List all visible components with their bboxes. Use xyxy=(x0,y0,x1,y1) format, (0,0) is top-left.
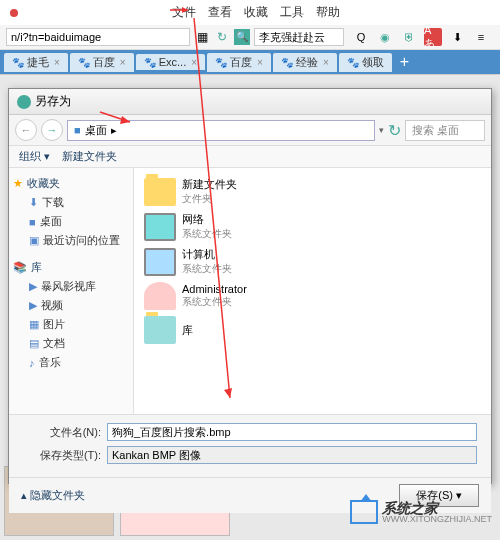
list-item[interactable]: 网络系统文件夹 xyxy=(142,209,483,244)
paw-icon: 🐾 xyxy=(215,57,227,68)
tree-pictures[interactable]: ▦图片 xyxy=(13,315,129,334)
url-input[interactable] xyxy=(6,28,190,46)
location-box[interactable]: ■ 桌面 ▸ xyxy=(67,120,375,141)
tab-3[interactable]: 🐾Exc...× xyxy=(136,54,205,70)
library-icon xyxy=(144,316,176,344)
tab-4[interactable]: 🐾百度× xyxy=(207,53,271,72)
watermark-logo-icon xyxy=(350,500,378,524)
document-icon: ▤ xyxy=(29,337,39,350)
chevron-right-icon: ▸ xyxy=(111,124,117,137)
tab-6[interactable]: 🐾领取 xyxy=(339,53,392,72)
tree-videos[interactable]: ▶视频 xyxy=(13,296,129,315)
paw-icon: 🐾 xyxy=(78,57,90,68)
video-icon: ▶ xyxy=(29,280,37,293)
translate-icon[interactable]: Aあ xyxy=(424,28,442,46)
hide-folders-toggle[interactable]: ▴隐藏文件夹 xyxy=(21,488,85,503)
watermark: 系统之家WWW.XITONGZHIJIA.NET xyxy=(350,500,492,524)
tool-icon-2[interactable]: ◉ xyxy=(376,28,394,46)
computer-icon xyxy=(144,248,176,276)
network-icon xyxy=(144,213,176,241)
file-list: 新建文件夹文件夹 网络系统文件夹 计算机系统文件夹 Administrator系… xyxy=(134,168,491,414)
paw-icon: 🐾 xyxy=(347,57,359,68)
tab-2[interactable]: 🐾百度× xyxy=(70,53,134,72)
nav-back-button[interactable]: ← xyxy=(15,119,37,141)
music-icon: ♪ xyxy=(29,357,35,369)
video-icon: ▶ xyxy=(29,299,37,312)
paw-icon: 🐾 xyxy=(144,57,156,68)
star-icon: ★ xyxy=(13,177,23,190)
folder-tree: ★收藏夹 ⬇下载 ■桌面 ▣最近访问的位置 📚库 ▶暴风影视库 ▶视频 ▦图片 … xyxy=(9,168,134,414)
ie-icon xyxy=(17,95,31,109)
tree-music[interactable]: ♪音乐 xyxy=(13,353,129,372)
tree-video-lib[interactable]: ▶暴风影视库 xyxy=(13,277,129,296)
filename-label: 文件名(N): xyxy=(23,425,101,440)
nav-forward-button[interactable]: → xyxy=(41,119,63,141)
list-item[interactable]: 库 xyxy=(142,313,483,347)
dialog-title: 另存为 xyxy=(35,93,71,110)
menu-view[interactable]: 查看 xyxy=(208,4,232,21)
search-icon[interactable]: 🔍 xyxy=(234,29,250,45)
organize-button[interactable]: 组织 ▾ xyxy=(19,149,50,164)
chevron-up-icon: ▴ xyxy=(21,489,27,502)
close-icon[interactable]: × xyxy=(191,57,197,68)
list-item[interactable]: 新建文件夹文件夹 xyxy=(142,174,483,209)
refresh-icon[interactable]: ↻ xyxy=(214,29,230,45)
location-dropdown[interactable]: ▾ xyxy=(379,125,384,135)
tree-downloads[interactable]: ⬇下载 xyxy=(13,193,129,212)
recent-icon: ▣ xyxy=(29,234,39,247)
paw-icon: 🐾 xyxy=(281,57,293,68)
folder-icon xyxy=(144,178,176,206)
new-tab-button[interactable]: + xyxy=(394,51,415,73)
menu-help[interactable]: 帮助 xyxy=(316,4,340,21)
tree-desktop[interactable]: ■桌面 xyxy=(13,212,129,231)
paw-icon: 🐾 xyxy=(12,57,24,68)
close-icon[interactable]: × xyxy=(54,57,60,68)
download-icon[interactable]: ⬇ xyxy=(448,28,466,46)
picture-icon: ▦ xyxy=(29,318,39,331)
user-icon xyxy=(144,282,176,310)
download-folder-icon: ⬇ xyxy=(29,196,38,209)
filename-input[interactable] xyxy=(107,423,477,441)
browser-search-input[interactable] xyxy=(254,28,344,46)
tool-icon-3[interactable]: ⛨ xyxy=(400,28,418,46)
list-item[interactable]: 计算机系统文件夹 xyxy=(142,244,483,279)
menu-fav[interactable]: 收藏 xyxy=(244,4,268,21)
filetype-select[interactable] xyxy=(107,446,477,464)
close-icon[interactable]: × xyxy=(323,57,329,68)
close-icon[interactable]: × xyxy=(257,57,263,68)
more-icon[interactable]: ≡ xyxy=(472,28,490,46)
menu-tools[interactable]: 工具 xyxy=(280,4,304,21)
tree-recent[interactable]: ▣最近访问的位置 xyxy=(13,231,129,250)
library-icon: 📚 xyxy=(13,261,27,274)
menu-file[interactable]: 文件 xyxy=(172,4,196,21)
window-dot xyxy=(10,9,18,17)
tree-favorites[interactable]: ★收藏夹 xyxy=(13,174,129,193)
filetype-label: 保存类型(T): xyxy=(23,448,101,463)
qr-icon[interactable]: ▦ xyxy=(194,29,210,45)
dialog-search-input[interactable]: 搜索 桌面 xyxy=(405,120,485,141)
close-icon[interactable]: × xyxy=(120,57,126,68)
desktop-icon: ■ xyxy=(29,216,36,228)
tab-5[interactable]: 🐾经验× xyxy=(273,53,337,72)
tree-libraries[interactable]: 📚库 xyxy=(13,258,129,277)
tree-documents[interactable]: ▤文档 xyxy=(13,334,129,353)
list-item[interactable]: Administrator系统文件夹 xyxy=(142,279,483,313)
desktop-icon: ■ xyxy=(74,124,81,136)
save-as-dialog: 另存为 ← → ■ 桌面 ▸ ▾ ↻ 搜索 桌面 组织 ▾ 新建文件夹 ★收藏夹… xyxy=(8,88,492,484)
tool-icon-1[interactable]: Q xyxy=(352,28,370,46)
refresh-nav-icon[interactable]: ↻ xyxy=(388,121,401,140)
tab-1[interactable]: 🐾捷毛× xyxy=(4,53,68,72)
new-folder-button[interactable]: 新建文件夹 xyxy=(62,149,117,164)
